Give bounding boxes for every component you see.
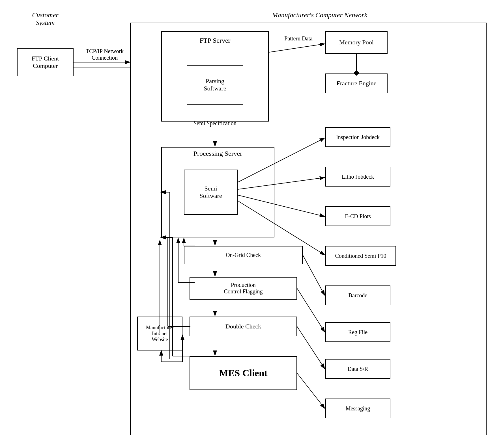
reg-file-box: Reg File xyxy=(325,322,390,342)
diagram-container: CustomerSystem Manufacturer's Computer N… xyxy=(8,8,492,441)
fracture-engine-box: Fracture Engine xyxy=(325,73,388,93)
semi-spec-label: Semi Specification xyxy=(181,120,249,127)
inspection-jobdeck-box: Inspection Jobdeck xyxy=(325,127,390,147)
customer-system-label: CustomerSystem xyxy=(17,11,74,27)
conditioned-semi-box: Conditioned Semi P10 xyxy=(325,246,396,266)
parsing-software-box: ParsingSoftware xyxy=(187,65,243,105)
production-control-box: ProductionControl Flagging xyxy=(190,277,297,300)
manufacturer-label: Manufacturer's Computer Network xyxy=(156,11,484,19)
messaging-box: Messaging xyxy=(325,399,390,418)
ftp-client-box: FTP ClientComputer xyxy=(17,48,74,76)
data-sr-box: Data S/R xyxy=(325,359,390,379)
pattern-data-label: Pattern Data xyxy=(273,35,324,42)
memory-pool-box: Memory Pool xyxy=(325,31,388,54)
mes-client-box: MES Client xyxy=(190,356,297,390)
barcode-box: Barcode xyxy=(325,285,390,305)
semi-software-box: SemiSoftware xyxy=(184,170,238,215)
ftp-server-label: FTP Server xyxy=(167,37,263,44)
processing-server-label: Processing Server xyxy=(165,150,270,157)
litho-jobdeck-box: Litho Jobdeck xyxy=(325,167,390,187)
tcp-label: TCP/IP NetworkConnection xyxy=(76,48,133,61)
on-grid-check-box: On-Grid Check xyxy=(184,246,303,264)
ecd-plots-box: E-CD Plots xyxy=(325,206,390,226)
double-check-box: Double Check xyxy=(190,317,297,336)
manufacturer-intranet-box: ManufacturerIntranetWebsite xyxy=(137,317,182,350)
